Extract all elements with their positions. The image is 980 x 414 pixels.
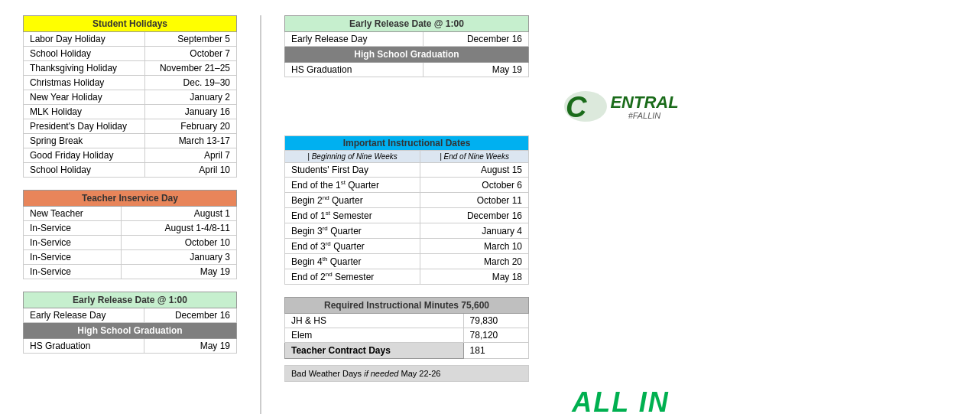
row-date: January 3 [122, 250, 237, 265]
row-date: March 10 [420, 239, 529, 254]
subheader-left: | Beginning of Nine Weeks [285, 151, 420, 163]
row-label: In-Service [24, 221, 122, 236]
row-label: Begin 4th Quarter [285, 254, 420, 269]
table-row: MLK HolidayJanuary 16 [24, 105, 237, 119]
table-row: In-ServiceAugust 1-4/8-11 [24, 221, 237, 236]
table-row: Begin 3rd QuarterJanuary 4 [285, 223, 529, 239]
table-row: Labor Day HolidaySeptember 5 [24, 32, 237, 47]
row-value: 79,830 [463, 314, 528, 328]
instructional-dates-section: Important Instructional Dates | Beginnin… [284, 135, 957, 285]
early-release-left-header: Early Release Date @ 1:00 [24, 292, 237, 308]
school-subtitle: #FALLIN [610, 111, 678, 120]
table-row: HS GraduationMay 19 [24, 339, 237, 354]
table-row: School HolidayApril 10 [24, 163, 237, 178]
row-label: Labor Day Holiday [24, 32, 145, 47]
table-row: Elem78,120 [285, 328, 529, 343]
row-date: December 16 [423, 32, 528, 47]
table-row: In-ServiceJanuary 3 [24, 250, 237, 265]
early-release-left-section: Early Release Date @ 1:00 Early Release … [23, 292, 237, 354]
row-date: May 19 [144, 339, 237, 354]
table-row: In-ServiceMay 19 [24, 265, 237, 279]
table-row: Begin 2nd QuarterOctober 11 [285, 193, 529, 208]
row-label: In-Service [24, 250, 122, 265]
row-date: October 11 [420, 193, 529, 208]
table-row: Spring BreakMarch 13-17 [24, 134, 237, 148]
bad-weather-section: Bad Weather Days if needed May 22-26 [284, 365, 529, 382]
table-row: Christmas HolidayDec. 19–30 [24, 76, 237, 90]
minutes-header: Required Instructional Minutes 75,600 [285, 298, 529, 314]
table-row: President's Day HolidayFebruary 20 [24, 119, 237, 134]
row-date: August 15 [420, 163, 529, 178]
row-date: January 4 [420, 223, 529, 239]
c-logo-icon: C [563, 90, 608, 124]
minutes-section: Required Instructional Minutes 75,600 JH… [284, 297, 957, 359]
row-date: May 18 [420, 269, 529, 285]
row-date: September 5 [144, 32, 236, 47]
row-date: December 16 [144, 308, 237, 323]
row-date: December 16 [420, 208, 529, 223]
table-row: End of 2nd SemesterMay 18 [285, 269, 529, 285]
row-label: Students' First Day [285, 163, 420, 178]
school-name: ENTRAL [610, 94, 678, 111]
row-label: New Teacher [24, 207, 122, 221]
row-date: August 1-4/8-11 [122, 221, 237, 236]
row-label: Begin 3rd Quarter [285, 223, 420, 239]
row-label: Elem [285, 328, 464, 343]
table-row: JH & HS79,830 [285, 314, 529, 328]
row-date: February 20 [144, 119, 236, 134]
table-row: End of the 1st QuarterOctober 6 [285, 178, 529, 193]
row-date: April 10 [144, 163, 236, 178]
row-label: Spring Break [24, 134, 145, 148]
row-date: April 7 [144, 148, 236, 163]
row-date: November 21–25 [144, 61, 236, 76]
row-label: End of 1st Semester [285, 208, 420, 223]
row-label: Christmas Holiday [24, 76, 145, 90]
row-label: End of 3rd Quarter [285, 239, 420, 254]
contract-value: 181 [463, 343, 528, 359]
row-date: May 19 [122, 265, 237, 279]
row-label: New Year Holiday [24, 90, 145, 105]
row-label: In-Service [24, 265, 122, 279]
row-date: January 2 [144, 90, 236, 105]
row-label: MLK Holiday [24, 105, 145, 119]
bad-weather-italic: if needed [364, 369, 398, 378]
row-date: October 10 [122, 236, 237, 250]
bad-weather-text: Bad Weather Days [291, 369, 362, 378]
row-label: President's Day Holiday [24, 119, 145, 134]
vertical-divider [260, 15, 261, 414]
table-row: End of 1st SemesterDecember 16 [285, 208, 529, 223]
row-label: Good Friday Holiday [24, 148, 145, 163]
table-row: Thanksgiving HolidayNovember 21–25 [24, 61, 237, 76]
school-logo: C ENTRAL #FALLIN [284, 83, 957, 132]
table-row: In-ServiceOctober 10 [24, 236, 237, 250]
all-in-section: ALL IN Attitude Leadership Legacy Improv… [284, 386, 957, 414]
contract-label: Teacher Contract Days [285, 343, 464, 359]
row-date: January 16 [144, 105, 236, 119]
row-label: HS Graduation [24, 339, 144, 354]
early-release-right-header: Early Release Date @ 1:00 [285, 16, 529, 32]
row-label: HS Graduation [285, 63, 423, 77]
table-row: Students' First DayAugust 15 [285, 163, 529, 178]
row-label: Early Release Day [24, 308, 144, 323]
row-label: Early Release Day [285, 32, 423, 47]
table-row: New TeacherAugust 1 [24, 207, 237, 221]
row-label: Thanksgiving Holiday [24, 61, 145, 76]
row-date: May 19 [423, 63, 528, 77]
early-release-right-section: Early Release Date @ 1:00 Early Release … [284, 15, 529, 77]
row-label: In-Service [24, 236, 122, 250]
row-label: End of the 1st Quarter [285, 178, 420, 193]
left-column: Student Holidays Labor Day HolidaySeptem… [23, 15, 237, 414]
row-date: March 13-17 [144, 134, 236, 148]
row-date: October 6 [420, 178, 529, 193]
table-row: Good Friday HolidayApril 7 [24, 148, 237, 163]
table-row: End of 3rd QuarterMarch 10 [285, 239, 529, 254]
teacher-inservice-header: Teacher Inservice Day [24, 191, 237, 207]
graduation-right-header: High School Graduation [285, 47, 529, 63]
row-date: October 7 [144, 47, 236, 61]
table-row: Early Release DayDecember 16 [24, 308, 237, 323]
bad-weather-dates: May 22-26 [401, 369, 441, 378]
row-label: School Holiday [24, 163, 145, 178]
svg-text:C: C [566, 91, 587, 123]
student-holidays-section: Student Holidays Labor Day HolidaySeptem… [23, 15, 237, 178]
row-label: End of 2nd Semester [285, 269, 420, 285]
